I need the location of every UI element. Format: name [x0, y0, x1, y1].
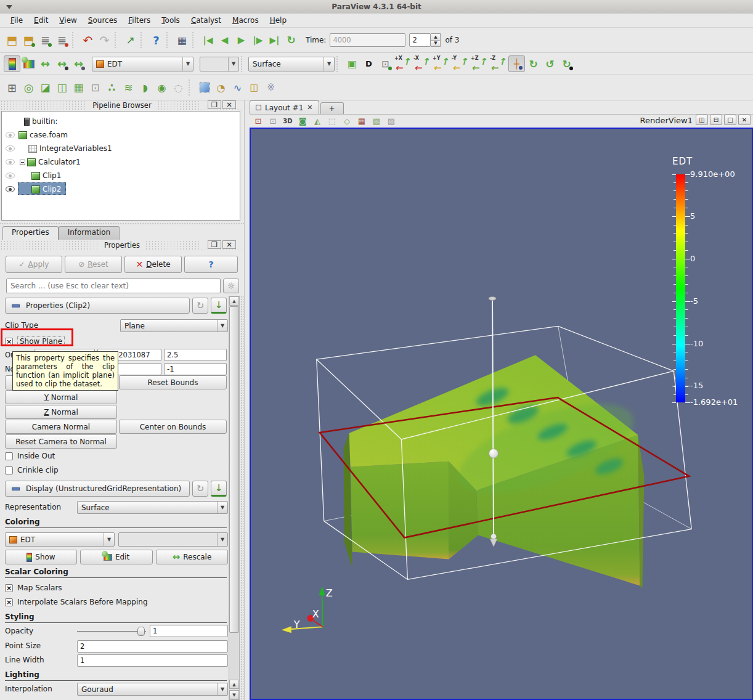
reset-camera-icon[interactable]: ▣ [344, 55, 360, 72]
menu-edit[interactable]: Edit [28, 14, 54, 26]
rescale-button[interactable]: ↔Rescale [156, 550, 228, 564]
connect-server-icon[interactable]: ≣ [37, 32, 54, 49]
interpolate-scalars-checkbox[interactable]: × [5, 598, 13, 606]
show-legend-button[interactable]: Show [5, 550, 77, 564]
visibility-eye-icon[interactable] [6, 159, 15, 165]
spin-up-icon[interactable]: ▲ [431, 34, 440, 41]
reset-camera-to-normal-button[interactable]: Reset Camera to Normal [5, 434, 117, 449]
reset-button[interactable]: ⊘Reset [65, 256, 122, 273]
z-normal-button[interactable]: Z Normal [5, 405, 117, 419]
toggle-3d-icon[interactable]: 3D [281, 116, 295, 127]
save-data-icon[interactable]: ⬒ [20, 32, 37, 49]
calculator-icon[interactable]: ⊞ [4, 79, 20, 96]
y-normal-button[interactable]: Y Normal [5, 390, 117, 404]
select-surface-points-icon[interactable]: ⊡ [266, 116, 280, 127]
float-dock-icon[interactable]: ❐ [208, 240, 221, 249]
representation-combo-toolbar[interactable]: Surface▼ [248, 57, 335, 71]
menu-file[interactable]: File [5, 14, 28, 26]
screenshot-icon[interactable]: ▦ [174, 32, 190, 49]
plot-over-line-icon[interactable]: ∿ [229, 79, 246, 96]
maximize-view-icon[interactable]: □ [724, 115, 736, 125]
menu-catalyst[interactable]: Catalyst [185, 14, 227, 26]
render-viewport[interactable]: Z X Y EDT 9.910e+0050-5-10-15-1.692e+01 [250, 128, 753, 700]
zoom-to-box-icon[interactable]: ⊡ [377, 55, 394, 72]
scroll-up2-icon[interactable]: ▲ [229, 680, 239, 689]
plot-over-time-icon[interactable]: ◔ [213, 79, 229, 96]
opacity-field[interactable]: 1 [150, 625, 228, 637]
line-width-field[interactable]: 1 [77, 654, 228, 667]
frame-spin-buttons[interactable]: ▲▼ [431, 33, 441, 47]
manipulator-center-sphere[interactable] [489, 449, 499, 458]
open-file-icon[interactable]: ⬒ [4, 32, 20, 49]
split-horizontal-icon[interactable]: ◫ [696, 115, 708, 125]
interactive-select-points-icon[interactable]: ▨ [385, 116, 398, 127]
edit-color-map-icon[interactable] [20, 55, 37, 72]
close-dock-icon[interactable]: ✕ [222, 240, 236, 249]
menu-filters[interactable]: Filters [123, 14, 156, 26]
rotate-90-ccw-icon[interactable]: ↺ [542, 55, 558, 72]
visibility-eye-icon[interactable] [6, 145, 15, 152]
tab-information[interactable]: Information [59, 226, 120, 240]
split-vertical-icon[interactable]: ⊟ [710, 115, 722, 125]
pipeline-item-calculator1[interactable]: Calculator1 [2, 155, 240, 169]
extract-block-icon[interactable]: ◌ [170, 79, 187, 96]
loop-icon[interactable]: ↻ [283, 32, 299, 49]
glyph-icon[interactable]: ∴ [104, 79, 120, 96]
apply-button[interactable]: ✓Apply [6, 256, 62, 273]
camera-normal-button[interactable]: Camera Normal [5, 420, 117, 434]
interpolation-combo[interactable]: Gouraud▼ [77, 683, 228, 696]
capture-screenshot-icon[interactable]: ◙ [296, 116, 309, 127]
select-polygon-cells-icon[interactable]: ◇ [340, 116, 354, 127]
color-component-combo[interactable]: ▼ [200, 57, 239, 71]
pipeline-item-integratevariables1[interactable]: IntegrateVariables1 [2, 142, 240, 155]
select-frustum-cells-icon[interactable]: ◭ [311, 116, 324, 127]
dock-resize-grip[interactable] [240, 296, 244, 700]
pipeline-item-casefoam[interactable]: case.foam [2, 128, 240, 142]
scrollbar-thumb[interactable] [229, 306, 239, 633]
visibility-eye-icon[interactable] [6, 132, 15, 138]
set-view-minus-z-icon[interactable]: -Z↑← [489, 55, 508, 72]
play-icon[interactable]: ▶ [233, 32, 250, 49]
pipeline-item-builtin[interactable]: builtin: [2, 115, 240, 128]
representation-combo[interactable]: Surface▼ [77, 501, 228, 514]
origin-z-field[interactable]: 2.5 [164, 349, 227, 361]
opacity-slider[interactable] [77, 626, 146, 637]
menu-sources[interactable]: Sources [83, 14, 123, 26]
set-view-plusminus-z-icon[interactable]: +Z↑← [470, 55, 489, 72]
map-scalars-checkbox[interactable]: × [5, 584, 13, 592]
set-view-minus-x-icon[interactable]: -X↑← [413, 55, 432, 72]
coloring-component-combo[interactable]: ▼ [118, 532, 228, 547]
frame-spinbox[interactable]: 2 [409, 33, 431, 47]
rescale-to-visible-range-icon[interactable]: ↔ [70, 55, 87, 72]
coloring-array-combo[interactable]: EDT▼ [5, 532, 115, 547]
manipulator-bottom-cone[interactable] [490, 539, 497, 547]
edit-colormap-button[interactable]: Edit [80, 550, 153, 564]
first-frame-icon[interactable]: |◀ [200, 32, 216, 49]
last-frame-icon[interactable]: ▶| [266, 32, 283, 49]
display-section-header[interactable]: Display (UnstructuredGridRepresentation) [5, 481, 190, 497]
show-orientation-axes-icon[interactable]: ┼ [508, 55, 525, 72]
clip2-section-header[interactable]: Properties (Clip2) [5, 298, 190, 314]
crinkle-clip-checkbox[interactable] [5, 466, 13, 474]
copy-properties-button[interactable]: ↻ [192, 298, 208, 314]
set-view-minus-y-icon[interactable]: -Y↑← [451, 55, 470, 72]
group-datasets-icon[interactable]: ◉ [153, 79, 170, 96]
threshold-icon[interactable]: ▦ [70, 79, 87, 96]
set-view-plusminus-x-icon[interactable]: +X↑← [394, 55, 413, 72]
rescale-to-data-range-icon[interactable]: ↔ [37, 55, 54, 72]
scroll-up-icon[interactable]: ▲ [229, 296, 239, 306]
close-tab-icon[interactable]: ✕ [307, 104, 312, 112]
scroll-down-icon[interactable]: ▼ [229, 690, 239, 699]
stream-tracer-icon[interactable]: ≋ [120, 79, 137, 96]
auto-apply-icon[interactable]: ↗ [122, 32, 139, 49]
set-view-plusminus-y-icon[interactable]: +Y↑← [432, 55, 451, 72]
plot-selection-over-time-icon[interactable]: ◫ [246, 79, 263, 96]
contour-icon[interactable]: ◎ [20, 79, 37, 96]
previous-frame-icon[interactable]: ◀ [216, 32, 233, 49]
new-layout-tab[interactable]: + [320, 102, 344, 114]
layout-tab[interactable]: Layout #1 ✕ [250, 100, 319, 114]
save-defaults-button[interactable]: ↓ [211, 298, 227, 314]
select-frustum-points-icon[interactable]: ⬚ [325, 116, 339, 127]
extract-subset-icon[interactable]: ⊡ [87, 79, 104, 96]
colorbar[interactable] [676, 174, 685, 402]
